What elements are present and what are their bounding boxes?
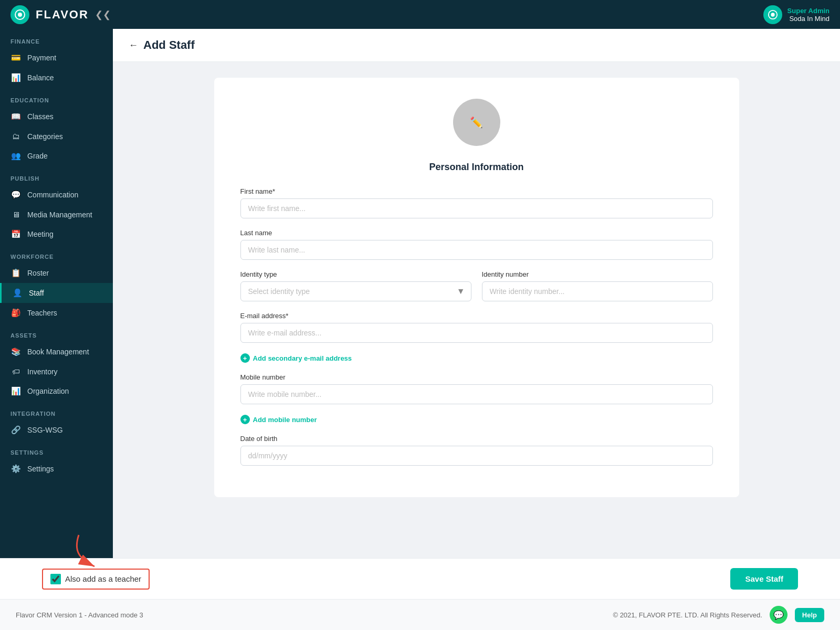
sidebar-item-categories[interactable]: 🗂Categories (0, 127, 113, 146)
last-name-label: Last name (240, 229, 713, 237)
page-header: ← Add Staff (113, 29, 840, 62)
categories-icon: 🗂 (10, 132, 21, 141)
identity-row: Identity type Select identity type Passp… (240, 270, 713, 312)
plus-icon: + (240, 353, 250, 363)
svg-point-1 (18, 13, 22, 17)
classes-icon: 📖 (10, 112, 21, 121)
header: FLAVOR ❮❮ Super Admin Soda In Mind (0, 0, 840, 29)
bottom-bar: Also add as a teacher Save Staff (0, 558, 840, 599)
whatsapp-icon[interactable]: 💬 (770, 606, 788, 624)
sidebar-item-settings[interactable]: ⚙️Settings (0, 459, 113, 479)
identity-type-label: Identity type (240, 270, 471, 278)
grade-icon: 👥 (10, 151, 21, 161)
user-name: Soda In Mind (788, 15, 830, 23)
avatar[interactable]: ✏️ (453, 99, 500, 146)
page-title: Add Staff (143, 38, 195, 52)
ssg-wsg-icon: 🔗 (10, 425, 21, 435)
identity-type-group: Identity type Select identity type Passp… (240, 270, 471, 301)
email-label: E-mail address* (240, 312, 713, 320)
add-secondary-email-label: Add secondary e-mail address (253, 354, 352, 362)
first-name-label: First name* (240, 187, 713, 195)
sidebar-section-settings: SETTINGS (0, 440, 113, 459)
sidebar-item-media-management[interactable]: 🖥Media Management (0, 205, 113, 224)
sidebar-label-grade: Grade (27, 152, 48, 160)
sidebar-label-classes: Classes (27, 112, 54, 121)
also-teacher-checkbox[interactable] (50, 574, 61, 584)
first-name-group: First name* (240, 187, 713, 218)
footer-copyright: © 2021, FLAVOR PTE. LTD. All Rights Rese… (613, 611, 762, 619)
sidebar-section-finance: FINANCE (0, 29, 113, 48)
sidebar-item-grade[interactable]: 👥Grade (0, 146, 113, 166)
edit-avatar-icon: ✏️ (470, 116, 483, 129)
sidebar-item-roster[interactable]: 📋Roster (0, 263, 113, 283)
teachers-icon: 🎒 (10, 308, 21, 318)
header-right: Super Admin Soda In Mind (763, 5, 830, 24)
avatar-section: ✏️ (240, 99, 713, 146)
sidebar-section-publish: PUBLISH (0, 166, 113, 185)
form-wrapper: ✏️ Personal Information First name* Last… (113, 62, 840, 513)
organization-icon: 📊 (10, 386, 21, 396)
mobile-input[interactable] (240, 384, 713, 404)
add-mobile-link[interactable]: + Add mobile number (240, 415, 713, 424)
sidebar-item-ssg-wsg[interactable]: 🔗SSG-WSG (0, 420, 113, 440)
footer-version: Flavor CRM Version 1 - Advanced mode 3 (16, 611, 143, 619)
footer: Flavor CRM Version 1 - Advanced mode 3 ©… (0, 599, 840, 630)
header-left: FLAVOR ❮❮ (10, 5, 111, 24)
form-card: ✏️ Personal Information First name* Last… (214, 78, 739, 497)
sidebar-item-book-management[interactable]: 📚Book Management (0, 342, 113, 362)
sidebar-label-teachers: Teachers (27, 309, 57, 317)
communication-icon: 💬 (10, 190, 21, 200)
media-management-icon: 🖥 (10, 210, 21, 219)
identity-number-label: Identity number (482, 270, 713, 278)
dob-group: Date of birth (240, 435, 713, 466)
sidebar-label-categories: Categories (27, 132, 63, 141)
sidebar-label-media-management: Media Management (27, 211, 92, 219)
sidebar-section-workforce: WORKFORCE (0, 244, 113, 263)
sidebar-label-organization: Organization (27, 387, 69, 395)
last-name-input[interactable] (240, 240, 713, 260)
sidebar-item-staff[interactable]: 👤Staff (0, 283, 113, 303)
identity-number-input[interactable] (482, 281, 713, 301)
add-secondary-email-link[interactable]: + Add secondary e-mail address (240, 353, 713, 363)
collapse-icon[interactable]: ❮❮ (95, 9, 111, 20)
logo-text: FLAVOR (36, 8, 89, 22)
sidebar-item-classes[interactable]: 📖Classes (0, 107, 113, 127)
first-name-input[interactable] (240, 198, 713, 218)
sidebar-item-balance[interactable]: 📊Balance (0, 68, 113, 88)
help-button[interactable]: Help (795, 608, 824, 622)
sidebar-item-payment[interactable]: 💳Payment (0, 48, 113, 68)
also-teacher-container: Also add as a teacher (42, 569, 150, 590)
save-staff-button[interactable]: Save Staff (730, 568, 798, 590)
sidebar: FINANCE💳Payment📊BalanceEDUCATION📖Classes… (0, 29, 113, 558)
dob-label: Date of birth (240, 435, 713, 443)
svg-point-3 (771, 13, 774, 16)
main-content: ← Add Staff ✏️ Personal Information Firs… (113, 29, 840, 558)
sidebar-item-inventory[interactable]: 🏷Inventory (0, 362, 113, 381)
sidebar-section-education: EDUCATION (0, 88, 113, 107)
identity-type-select-wrapper: Select identity type Passport NRIC FIN ▼ (240, 281, 471, 301)
sidebar-item-organization[interactable]: 📊Organization (0, 381, 113, 401)
sidebar-item-meeting[interactable]: 📅Meeting (0, 224, 113, 244)
sidebar-label-inventory: Inventory (27, 368, 58, 376)
book-management-icon: 📚 (10, 347, 21, 356)
plus-mobile-icon: + (240, 415, 250, 424)
sidebar-label-communication: Communication (27, 191, 78, 199)
identity-type-select[interactable]: Select identity type Passport NRIC FIN (240, 281, 471, 301)
mobile-group: Mobile number (240, 373, 713, 404)
back-button[interactable]: ← (129, 40, 138, 51)
also-teacher-label: Also add as a teacher (65, 574, 141, 583)
sidebar-label-balance: Balance (27, 74, 54, 82)
email-input[interactable] (240, 323, 713, 343)
section-title: Personal Information (240, 162, 713, 173)
dob-input[interactable] (240, 446, 713, 466)
inventory-icon: 🏷 (10, 367, 21, 376)
user-avatar-icon (763, 5, 782, 24)
sidebar-label-meeting: Meeting (27, 230, 54, 238)
sidebar-label-payment: Payment (27, 54, 56, 62)
staff-icon: 👤 (12, 288, 23, 298)
sidebar-label-staff: Staff (29, 289, 44, 297)
sidebar-item-communication[interactable]: 💬Communication (0, 185, 113, 205)
sidebar-item-teachers[interactable]: 🎒Teachers (0, 303, 113, 323)
layout: FINANCE💳Payment📊BalanceEDUCATION📖Classes… (0, 29, 840, 558)
balance-icon: 📊 (10, 73, 21, 82)
